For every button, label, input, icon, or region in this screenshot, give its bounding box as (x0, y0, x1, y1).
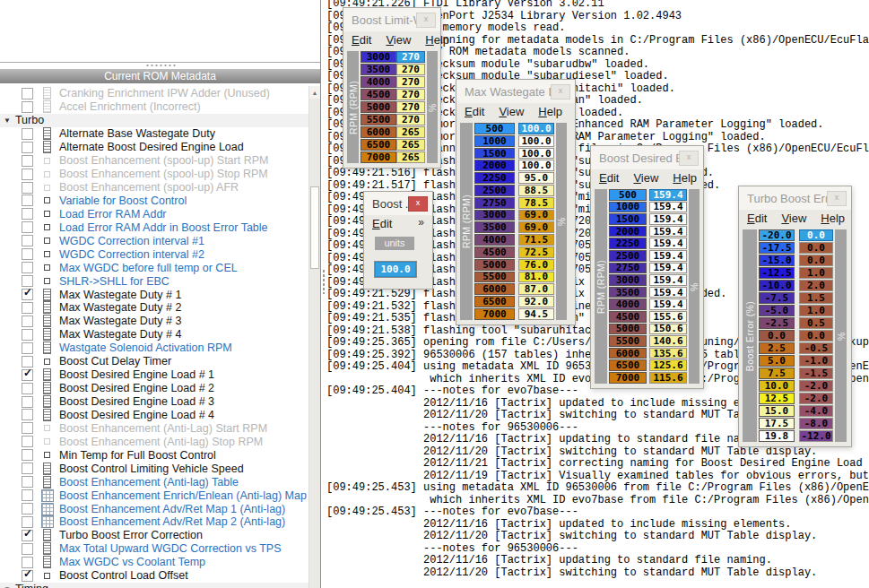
value-cell[interactable]: 270 (396, 64, 425, 75)
value-cell[interactable]: 135.6 (649, 348, 687, 359)
tree-item[interactable]: Boost Enhancement Adv/Ret Map 1 (Anti-la… (0, 502, 308, 515)
tree-scrollbar[interactable]: ▲ (308, 86, 320, 588)
value-cell[interactable]: 159.4 (649, 250, 687, 262)
tree-item-label[interactable]: Max WGDC vs Coolant Temp (59, 556, 205, 568)
checkbox[interactable]: ✓ (22, 530, 33, 541)
rpm-cell[interactable]: 2500 (474, 185, 515, 196)
tree-item-label[interactable]: Max Wastegate Duty # 2 (59, 301, 181, 314)
rpm-cell[interactable]: -12.5 (759, 267, 795, 279)
tree-item[interactable]: ✓Boost Desired Engine Load # 1 (0, 368, 308, 382)
value-cell[interactable]: 270 (396, 89, 425, 100)
checkbox[interactable] (22, 396, 33, 408)
rpm-cell[interactable]: 5000 (361, 101, 396, 113)
value-cell[interactable]: 1.0 (799, 305, 833, 316)
tree-item[interactable]: Boost Enhancement Adv/Ret Map 2 (Anti-la… (0, 515, 308, 529)
expander-icon[interactable]: ▼ (4, 585, 11, 588)
checkbox[interactable] (22, 329, 33, 341)
checkbox[interactable] (22, 88, 33, 99)
rpm-cell[interactable]: 1500 (474, 148, 515, 160)
tree-item[interactable]: Max WGDC before full temp or CEL (0, 261, 308, 274)
menu-item-view[interactable]: View (386, 33, 411, 47)
checkbox[interactable]: ✓ (22, 570, 33, 582)
rpm-cell[interactable]: 500 (609, 189, 647, 201)
tree-item[interactable]: Load Error RAM Addr in Boost Error Table (0, 220, 308, 234)
tree-item[interactable]: WGDC Correction interval #1 (0, 234, 308, 247)
tree-item[interactable]: Boost Enhancement Enrich/Enlean (Anti-la… (0, 489, 308, 502)
value-cell[interactable]: 100.0 (518, 123, 554, 134)
rpm-cell[interactable]: 5.0 (759, 355, 795, 367)
tree-item[interactable]: Boost Cut Delay Timer (0, 355, 308, 368)
checkbox[interactable] (22, 142, 33, 153)
menu-item-view[interactable]: View (781, 212, 806, 225)
tree-item-label[interactable]: Load Error RAM Addr in Boost Error Table (59, 221, 268, 234)
rpm-cell[interactable]: 1000 (474, 135, 515, 147)
value-cell[interactable]: 265 (396, 139, 425, 151)
checkbox[interactable] (22, 342, 33, 354)
checkbox[interactable] (22, 235, 33, 246)
tree-item-label[interactable]: WGDC Correction interval #2 (59, 248, 204, 261)
value-cell[interactable]: 100.0 (518, 135, 554, 147)
menu-item-edit[interactable]: Edit (465, 105, 484, 118)
value-cell[interactable]: 95.0 (518, 172, 554, 184)
value-cell[interactable]: 76.0 (518, 259, 554, 271)
value-cell[interactable]: 71.5 (518, 234, 554, 246)
rpm-cell[interactable]: -10.0 (759, 280, 795, 291)
tree-item-label[interactable]: Alternate Base Wastegate Duty (59, 127, 215, 140)
rpm-cell[interactable]: 2250 (609, 238, 647, 249)
rpm-cell[interactable]: 0.0 (759, 330, 795, 342)
value-cell[interactable]: 125.6 (649, 359, 687, 371)
rpm-cell[interactable]: 17.5 (759, 418, 795, 429)
rpm-cell[interactable]: 2500 (609, 250, 647, 262)
value-cell[interactable]: -4.0 (799, 405, 833, 417)
close-icon[interactable]: x (679, 151, 699, 166)
value-cell[interactable]: 140.6 (649, 335, 687, 347)
rpm-cell[interactable]: 6500 (474, 296, 515, 307)
tree-item[interactable]: ✓Boost Control Load Offset (0, 569, 308, 583)
value-cell[interactable]: 69.0 (518, 210, 554, 221)
checkbox[interactable] (22, 248, 33, 260)
tree-item[interactable]: Wastgate Solenoid Activation RPM (0, 342, 308, 355)
tree-item[interactable]: Cranking Enrichment IPW Adder (Unused) (0, 87, 308, 100)
rpm-cell[interactable]: 12.5 (759, 393, 795, 404)
menu-item-view[interactable]: View (633, 171, 658, 185)
tree-item-label[interactable]: Boost Desired Engine Load # 4 (59, 409, 214, 421)
value-cell[interactable]: 159.4 (649, 202, 687, 213)
tree-item[interactable]: Max Wastegate Duty # 2 (0, 301, 308, 315)
rpm-cell[interactable]: 6500 (361, 139, 396, 151)
menu-item-edit[interactable]: Edit (747, 212, 767, 225)
tree-item-label[interactable]: Boost Enhancement Adv/Ret Map 2 (Anti-la… (59, 515, 285, 528)
checkbox[interactable] (22, 182, 33, 194)
rpm-cell[interactable]: 2.5 (759, 342, 795, 354)
rpm-cell[interactable]: 2750 (609, 263, 647, 274)
rpm-cell[interactable]: 4500 (361, 89, 396, 100)
value-cell[interactable]: 265 (396, 126, 425, 138)
value-cell[interactable]: 81.0 (518, 272, 554, 283)
value-cell[interactable]: 72.5 (518, 246, 554, 258)
value-cell[interactable]: 0.0 (799, 255, 833, 266)
window-titlebar[interactable]: Turbo Boost Error...x (739, 186, 851, 210)
checkbox[interactable] (22, 208, 33, 220)
tree-item[interactable]: SHLR->SHLL for EBC (0, 274, 308, 288)
rpm-cell[interactable]: 3500 (361, 64, 396, 75)
rpm-cell[interactable]: 2000 (609, 226, 647, 238)
value-cell[interactable]: -0.5 (799, 342, 833, 354)
value-cell[interactable]: 69.0 (518, 221, 554, 233)
rpm-cell[interactable]: -20.0 (759, 229, 795, 241)
checkbox[interactable]: ✓ (22, 369, 33, 381)
tree-item-label[interactable]: Boost Enhancement (spool-up) Start RPM (59, 154, 268, 167)
checkbox[interactable] (22, 169, 33, 180)
tree-item[interactable]: Max WGDC vs Coolant Temp (0, 556, 308, 569)
close-icon[interactable]: x (551, 84, 570, 99)
checkbox[interactable] (22, 221, 33, 233)
checkbox[interactable] (22, 155, 33, 167)
value-cell[interactable]: 0.5 (799, 317, 833, 329)
checkbox[interactable] (22, 383, 33, 394)
tree-item-label[interactable]: Variable for Boost Control (59, 195, 187, 207)
checkbox[interactable] (22, 449, 33, 461)
rpm-cell[interactable]: 6500 (609, 359, 647, 371)
checkbox[interactable]: ✓ (22, 289, 33, 300)
close-icon[interactable]: x (827, 191, 847, 206)
tree-item-label[interactable]: Boost Enhancement (spool-up) Stop RPM (59, 168, 268, 180)
value-cell[interactable]: 0.0 (799, 242, 833, 254)
value-cell[interactable]: 265 (396, 151, 425, 163)
